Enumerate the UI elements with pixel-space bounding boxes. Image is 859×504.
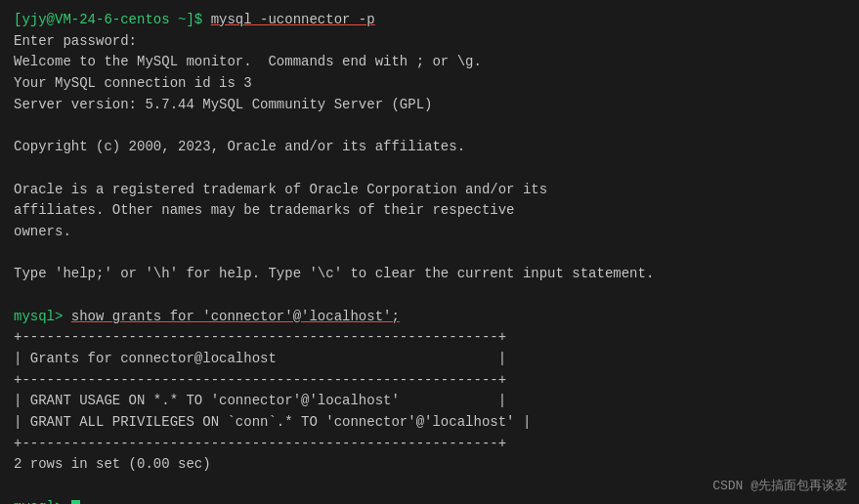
rows-line: 2 rows in set (0.00 sec) [14, 454, 845, 476]
watermark: CSDN @先搞面包再谈爱 [712, 477, 847, 494]
command-2: show grants for 'connector'@'localhost'; [71, 307, 400, 328]
welcome-line: Welcome to the MySQL monitor. Commands e… [14, 52, 845, 73]
command-line-2: mysql> show grants for 'connector'@'loca… [14, 307, 845, 328]
type-line: Type 'help;' or '\h' for help. Type '\c'… [14, 264, 845, 285]
oracle-line-3: owners. [14, 222, 845, 243]
server-line: Server version: 5.7.44 MySQL Community S… [14, 95, 845, 116]
prompt-2: mysql> [14, 307, 71, 328]
oracle-line-1: Oracle is a registered trademark of Orac… [14, 180, 845, 201]
prompt-1: [yjy@VM-24-6-centos ~]$ [14, 10, 211, 31]
table-header: | Grants for connector@localhost | [14, 349, 845, 370]
password-line: Enter password: [14, 31, 845, 53]
command-1: mysql -uconnector -p [211, 10, 375, 31]
empty-1 [14, 115, 845, 137]
connid-line: Your MySQL connection id is 3 [14, 73, 845, 95]
cursor [71, 500, 80, 504]
table-row-2: | GRANT ALL PRIVILEGES ON `conn`.* TO 'c… [14, 412, 845, 434]
command-line-1: [yjy@VM-24-6-centos ~]$ mysql -uconnecto… [14, 10, 845, 31]
final-prompt-line: mysql> [14, 497, 845, 504]
table-border-2: +---------------------------------------… [14, 370, 845, 392]
table-row-1: | GRANT USAGE ON *.* TO 'connector'@'loc… [14, 391, 845, 412]
oracle-line-2: affiliates. Other names may be trademark… [14, 200, 845, 222]
empty-3 [14, 243, 845, 265]
prompt-3: mysql> [14, 497, 71, 504]
table-border-3: +---------------------------------------… [14, 434, 845, 455]
empty-4 [14, 285, 845, 307]
table-border-1: +---------------------------------------… [14, 327, 845, 349]
empty-2 [14, 158, 845, 180]
copyright-line: Copyright (c) 2000, 2023, Oracle and/or … [14, 137, 845, 158]
terminal: [yjy@VM-24-6-centos ~]$ mysql -uconnecto… [0, 0, 859, 504]
